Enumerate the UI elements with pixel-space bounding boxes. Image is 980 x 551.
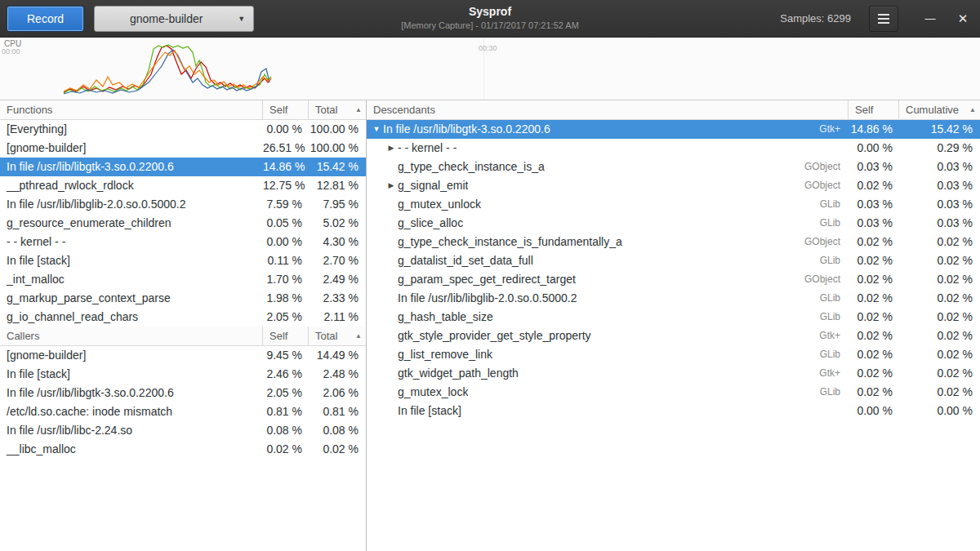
table-row[interactable]: In file [stack]2.46 %2.48 % xyxy=(0,365,366,384)
self-percent: 0.02 % xyxy=(849,308,899,327)
close-button[interactable]: ✕ xyxy=(952,8,973,29)
expander-closed-icon[interactable]: ▶ xyxy=(385,176,398,195)
self-percent: 14.86 % xyxy=(849,120,899,139)
tree-row[interactable]: g_slice_allocGLib0.03 %0.03 % xyxy=(367,214,980,233)
table-row[interactable]: __libc_malloc0.02 %0.02 % xyxy=(0,440,366,459)
time-tick-start: 00:00 xyxy=(2,47,20,56)
tree-row[interactable]: g_param_spec_get_redirect_targetGObject0… xyxy=(367,270,980,289)
hamburger-icon xyxy=(878,18,889,20)
self-percent: 9.45 % xyxy=(263,346,309,365)
tree-row[interactable]: g_datalist_id_set_data_fullGLib0.02 %0.0… xyxy=(367,251,980,270)
record-button[interactable]: Record xyxy=(7,6,84,32)
function-name: __pthread_rwlock_rdlock xyxy=(0,176,263,195)
function-name: /etc/ld.so.cache: inode mismatch xyxy=(0,402,263,421)
column-header-total[interactable]: Total ▲ xyxy=(309,100,366,119)
descendant-name-cell: In file [stack] xyxy=(367,402,849,420)
column-header-self[interactable]: Self xyxy=(263,327,309,345)
table-row[interactable]: In file /usr/lib/libgtk-3.so.0.2200.62.0… xyxy=(0,384,366,402)
tree-row[interactable]: g_type_check_instance_is_aGObject0.03 %0… xyxy=(367,158,980,176)
cumulative-percent: 0.03 % xyxy=(899,195,980,214)
table-row[interactable]: g_markup_parse_context_parse1.98 %2.33 % xyxy=(0,289,366,308)
tree-row[interactable]: In file [stack]0.00 %0.00 % xyxy=(367,402,980,420)
column-header-total[interactable]: Total ▲ xyxy=(309,327,366,345)
tree-row[interactable]: ▶g_signal_emitGObject0.02 %0.03 % xyxy=(367,176,980,195)
tree-row[interactable]: g_hash_table_sizeGLib0.02 %0.02 % xyxy=(367,308,980,327)
column-header-total-label: Total xyxy=(315,327,337,345)
self-percent: 0.02 % xyxy=(263,440,309,459)
total-percent: 12.81 % xyxy=(309,176,366,195)
function-name: g_signal_emit xyxy=(398,176,468,195)
column-header-total-label: Total xyxy=(315,101,337,119)
library-badge: GLib xyxy=(810,251,849,270)
tree-row[interactable]: g_mutex_unlockGLib0.03 %0.03 % xyxy=(367,195,980,214)
tree-row[interactable]: gtk_style_provider_get_style_propertyGtk… xyxy=(367,327,980,345)
table-row[interactable]: [gnome-builder]9.45 %14.49 % xyxy=(0,346,366,365)
table-row[interactable]: g_io_channel_read_chars2.05 %2.11 % xyxy=(0,308,366,327)
header-bar: Record gnome-builder ▼ Sysprof [Memory C… xyxy=(0,0,980,38)
total-percent: 2.06 % xyxy=(309,384,366,402)
tree-row[interactable]: In file /usr/lib/libglib-2.0.so.0.5000.2… xyxy=(367,289,980,308)
self-percent: 14.86 % xyxy=(263,158,309,176)
descendant-name-cell: g_type_check_instance_is_aGObject xyxy=(367,158,849,176)
column-header-cumulative[interactable]: Cumulative ▲ xyxy=(899,100,980,119)
expander-closed-icon[interactable]: ▶ xyxy=(385,139,398,158)
self-percent: 0.11 % xyxy=(263,251,309,270)
tree-row[interactable]: g_list_remove_linkGLib0.02 %0.02 % xyxy=(367,345,980,364)
self-percent: 0.00 % xyxy=(263,120,309,139)
cumulative-percent: 0.00 % xyxy=(899,402,980,420)
self-percent: 12.75 % xyxy=(263,176,309,195)
column-header-cumulative-label: Cumulative xyxy=(906,101,959,119)
table-row[interactable]: /etc/ld.so.cache: inode mismatch0.81 %0.… xyxy=(0,402,366,421)
tree-row[interactable]: g_type_check_instance_is_fundamentally_a… xyxy=(367,233,980,251)
descendant-name-cell: ▼In file /usr/lib/libgtk-3.so.0.2200.6Gt… xyxy=(367,120,849,139)
library-badge: GLib xyxy=(810,383,849,402)
menu-button[interactable] xyxy=(869,6,898,32)
table-row[interactable]: - - kernel - -0.00 %4.30 % xyxy=(0,233,366,251)
cumulative-percent: 0.02 % xyxy=(899,364,980,383)
library-badge: GLib xyxy=(810,308,849,327)
page-title: Sysprof xyxy=(401,5,579,18)
tree-row[interactable]: g_mutex_lockGLib0.02 %0.02 % xyxy=(367,383,980,402)
expander-open-icon[interactable]: ▼ xyxy=(370,120,383,139)
header-right-controls: Samples: 6299 — ✕ xyxy=(780,6,973,32)
sort-ascending-icon: ▲ xyxy=(355,327,366,345)
cumulative-percent: 0.02 % xyxy=(899,233,980,251)
self-percent: 0.00 % xyxy=(849,139,899,158)
tree-row[interactable]: ▼In file /usr/lib/libgtk-3.so.0.2200.6Gt… xyxy=(367,120,980,139)
table-row[interactable]: In file [stack]0.11 %2.70 % xyxy=(0,251,366,270)
cumulative-percent: 15.42 % xyxy=(899,120,980,139)
column-header-self[interactable]: Self xyxy=(263,100,309,119)
self-percent: 0.00 % xyxy=(263,233,309,251)
column-header-self[interactable]: Self xyxy=(849,100,899,119)
cumulative-percent: 0.02 % xyxy=(899,308,980,327)
library-badge: GObject xyxy=(795,158,849,176)
table-row[interactable]: _int_malloc1.70 %2.49 % xyxy=(0,270,366,289)
descendant-name-cell: gtk_style_provider_get_style_propertyGtk… xyxy=(367,327,849,345)
self-percent: 0.02 % xyxy=(849,270,899,289)
library-badge: Gtk+ xyxy=(809,364,849,383)
minimize-button[interactable]: — xyxy=(920,8,941,29)
column-header-descendants[interactable]: Descendants xyxy=(367,100,849,119)
column-header-callers[interactable]: Callers xyxy=(0,327,263,345)
column-header-functions[interactable]: Functions xyxy=(0,100,263,119)
process-selector[interactable]: gnome-builder ▼ xyxy=(94,6,254,32)
tree-row[interactable]: gtk_widget_path_lengthGtk+0.02 %0.02 % xyxy=(367,364,980,383)
table-row[interactable]: In file /usr/lib/libgtk-3.so.0.2200.614.… xyxy=(0,158,366,176)
total-percent: 2.48 % xyxy=(309,365,366,384)
self-percent: 0.00 % xyxy=(849,402,899,420)
descendant-name-cell: In file /usr/lib/libglib-2.0.so.0.5000.2… xyxy=(367,289,849,308)
tree-row[interactable]: ▶- - kernel - -0.00 %0.29 % xyxy=(367,139,980,158)
self-percent: 7.59 % xyxy=(263,195,309,214)
cpu-graph[interactable]: CPU 00:00 00:30 xyxy=(0,38,980,100)
table-row[interactable]: [Everything]0.00 %100.00 % xyxy=(0,120,366,139)
cumulative-percent: 0.02 % xyxy=(899,270,980,289)
table-row[interactable]: In file /usr/lib/libglib-2.0.so.0.5000.2… xyxy=(0,195,366,214)
table-row[interactable]: __pthread_rwlock_rdlock12.75 %12.81 % xyxy=(0,176,366,195)
self-percent: 0.08 % xyxy=(263,421,309,440)
library-badge: GLib xyxy=(810,345,849,364)
table-row[interactable]: [gnome-builder]26.51 %100.00 % xyxy=(0,139,366,158)
function-name: g_mutex_unlock xyxy=(398,195,481,214)
sysprof-window: Record gnome-builder ▼ Sysprof [Memory C… xyxy=(0,0,980,551)
table-row[interactable]: In file /usr/lib/libc-2.24.so0.08 %0.08 … xyxy=(0,421,366,440)
table-row[interactable]: g_resource_enumerate_children0.05 %5.02 … xyxy=(0,214,366,233)
